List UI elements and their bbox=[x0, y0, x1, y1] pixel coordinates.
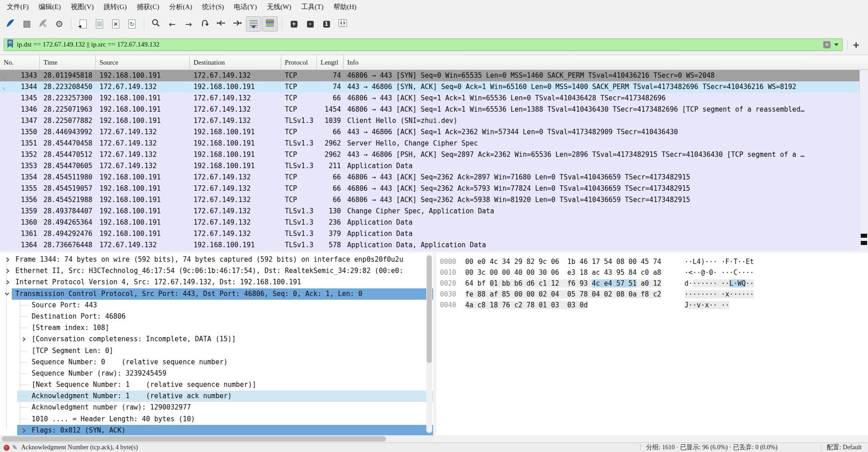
menu-item-statistics[interactable]: 统计(S) bbox=[197, 3, 229, 11]
hex-row-0000[interactable]: 000000 e0 4c 34 29 82 9c 06 1b 46 17 54 … bbox=[436, 256, 868, 267]
detail-row-conversation-completeness[interactable]: [Conversation completeness: Incomplete, … bbox=[0, 334, 433, 345]
expand-chevron-icon[interactable] bbox=[5, 269, 9, 273]
detail-row-header-length[interactable]: 1010 .... = Header Length: 40 bytes (10) bbox=[0, 414, 433, 425]
resize-columns-button[interactable] bbox=[335, 16, 350, 32]
status-profile[interactable]: 配置: Default bbox=[827, 443, 862, 452]
filter-bookmark-icon[interactable] bbox=[7, 39, 14, 50]
detail-row-ip[interactable]: Internet Protocol Version 4, Src: 172.67… bbox=[0, 277, 433, 288]
detail-row-text: Acknowledgment Number: 1 (relative ack n… bbox=[32, 391, 232, 402]
expand-chevron-icon[interactable] bbox=[5, 280, 9, 285]
hex-row-0020[interactable]: 002064 bf 01 bb b6 d6 c1 12 f6 93 4c e4 … bbox=[436, 278, 868, 289]
expand-chevron-icon[interactable] bbox=[21, 337, 26, 342]
menu-item-analyze[interactable]: 分析(A) bbox=[164, 3, 197, 11]
detail-row-next-seq-number[interactable]: [Next Sequence Number: 1 (relative seque… bbox=[0, 379, 433, 391]
hex-row-0040[interactable]: 00404a c8 18 76 c2 78 01 03 03 0dJ··v·x·… bbox=[436, 300, 868, 311]
packet-row-1345[interactable]: 134528.223257300192.168.100.191172.67.14… bbox=[0, 93, 868, 104]
column-header-protocol[interactable]: Protocol bbox=[281, 55, 317, 70]
packet-row-1350[interactable]: 135028.446943992172.67.149.132192.168.10… bbox=[0, 127, 868, 138]
menu-item-telephony[interactable]: 电话(Y) bbox=[229, 3, 262, 11]
detail-vertical-scrollbar[interactable] bbox=[426, 254, 432, 433]
packet-row-1346[interactable]: 134628.225071963192.168.100.191172.67.14… bbox=[0, 104, 868, 115]
expert-info-icon[interactable] bbox=[4, 445, 9, 451]
capture-comment-icon[interactable]: ✎ bbox=[12, 444, 18, 451]
column-header-lengtl[interactable]: Lengtl bbox=[317, 55, 344, 70]
detail-row-flags[interactable]: Flags: 0x012 (SYN, ACK) bbox=[0, 425, 433, 435]
expand-chevron-icon[interactable] bbox=[21, 428, 26, 433]
filter-add-button[interactable]: + bbox=[848, 40, 864, 49]
go-first-button[interactable] bbox=[213, 16, 229, 32]
display-filter-input[interactable] bbox=[14, 41, 823, 48]
start-capture-button[interactable] bbox=[3, 16, 18, 32]
packet-row-1354[interactable]: 135428.454511980192.168.100.191172.67.14… bbox=[0, 172, 868, 183]
packet-row-1355[interactable]: 135528.454519057192.168.100.191172.67.14… bbox=[0, 183, 868, 194]
detail-row-text: [Stream index: 108] bbox=[32, 322, 109, 334]
detail-row-ack-number-raw[interactable]: Acknowledgment number (raw): 1290032977 bbox=[0, 402, 433, 413]
detail-row-tcp-segment-len[interactable]: [TCP Segment Len: 0] bbox=[0, 345, 433, 357]
expand-chevron-icon[interactable] bbox=[5, 258, 9, 262]
restart-capture-button[interactable]: ↻ bbox=[35, 16, 51, 32]
find-packet-button[interactable] bbox=[148, 16, 164, 32]
menu-item-wireless[interactable]: 无线(W) bbox=[262, 3, 296, 11]
menu-item-view[interactable]: 视图(V) bbox=[66, 3, 99, 11]
save-file-button[interactable] bbox=[92, 16, 107, 32]
packet-row-1359[interactable]: 135928.493784407192.168.100.191172.67.14… bbox=[0, 206, 868, 217]
zoom-out-button[interactable]: - bbox=[302, 16, 318, 32]
cell-protocol: TCP bbox=[281, 183, 317, 194]
packet-row-1344[interactable]: 134428.223208450172.67.149.132192.168.10… bbox=[0, 81, 868, 93]
detail-row-stream-index[interactable]: [Stream index: 108] bbox=[0, 322, 433, 334]
detail-horizontal-scrollbar[interactable] bbox=[0, 435, 433, 443]
close-file-button[interactable]: ✕ bbox=[108, 16, 123, 32]
packet-row-1353[interactable]: 135328.454470605172.67.149.132192.168.10… bbox=[0, 160, 868, 172]
go-back-button[interactable]: ← bbox=[165, 16, 180, 32]
filter-clear-icon[interactable]: ✕ bbox=[823, 41, 830, 48]
column-header-time[interactable]: Time bbox=[40, 55, 96, 70]
auto-scroll-toggle[interactable] bbox=[246, 16, 261, 32]
cell-protocol: TCP bbox=[281, 149, 317, 160]
detail-row-src-port[interactable]: Source Port: 443 bbox=[0, 300, 433, 311]
packet-row-1356[interactable]: 135628.454521988192.168.100.191172.67.14… bbox=[0, 194, 868, 206]
hex-row-0010[interactable]: 001000 3c 00 00 40 00 30 06 e3 18 ac 43 … bbox=[436, 267, 868, 278]
packet-row-1343[interactable]: 134328.011945818192.168.100.191172.67.14… bbox=[0, 70, 868, 81]
cell-length: 578 bbox=[317, 240, 344, 251]
go-forward-button[interactable]: → bbox=[181, 16, 196, 32]
menu-item-tools[interactable]: 工具(T) bbox=[296, 3, 328, 11]
menu-item-capture[interactable]: 捕获(C) bbox=[132, 3, 164, 11]
go-to-packet-button[interactable] bbox=[197, 16, 212, 32]
packet-row-1352[interactable]: 135228.454470512172.67.149.132192.168.10… bbox=[0, 149, 868, 160]
column-header-destination[interactable]: Destination bbox=[190, 55, 281, 70]
column-header-no[interactable]: No. bbox=[0, 55, 40, 70]
collapse-chevron-icon[interactable] bbox=[5, 291, 9, 295]
packet-row-1347[interactable]: 134728.225077882192.168.100.191172.67.14… bbox=[0, 115, 868, 127]
packet-row-1351[interactable]: 135128.454470458172.67.149.132192.168.10… bbox=[0, 138, 868, 149]
menu-item-help[interactable]: 帮助(H) bbox=[328, 3, 361, 11]
filter-dropdown-icon[interactable] bbox=[834, 43, 839, 46]
detail-row-dst-port[interactable]: Destination Port: 46806 bbox=[0, 311, 433, 322]
detail-row-frame[interactable]: Frame 1344: 74 bytes on wire (592 bits),… bbox=[0, 254, 433, 265]
menu-item-file[interactable]: 文件(F) bbox=[2, 3, 33, 11]
packet-row-1364[interactable]: 136428.736676448172.67.149.132192.168.10… bbox=[0, 240, 868, 251]
detail-row-seq-number-raw[interactable]: Sequence Number (raw): 3239245459 bbox=[0, 368, 433, 379]
scrollbar-mark bbox=[861, 234, 867, 238]
detail-row-ack-number[interactable]: Acknowledgment Number: 1 (relative ack n… bbox=[0, 391, 433, 402]
column-header-source[interactable]: Source bbox=[96, 55, 190, 70]
detail-row-seq-number[interactable]: Sequence Number: 0 (relative sequence nu… bbox=[0, 357, 433, 368]
column-header-info[interactable]: Info bbox=[344, 55, 868, 70]
zoom-reset-button[interactable]: 1 bbox=[319, 16, 334, 32]
colorize-toggle[interactable] bbox=[262, 16, 278, 32]
reload-file-button[interactable]: ↻ bbox=[124, 16, 140, 32]
go-last-button[interactable] bbox=[230, 16, 245, 32]
capture-options-button[interactable]: ⚙ bbox=[52, 16, 67, 32]
scrollbar-handle[interactable] bbox=[2, 436, 386, 442]
detail-row-tcp[interactable]: Transmission Control Protocol, Src Port:… bbox=[0, 288, 433, 300]
stop-capture-button[interactable] bbox=[19, 16, 34, 32]
detail-row-ethernet[interactable]: Ethernet II, Src: H3CTechnolog_46:17:54 … bbox=[0, 265, 433, 277]
menu-item-go[interactable]: 跳转(G) bbox=[99, 3, 132, 11]
packet-row-1360[interactable]: 136028.494265364192.168.100.191172.67.14… bbox=[0, 217, 868, 228]
menu-item-edit[interactable]: 编辑(E) bbox=[33, 3, 66, 11]
packet-row-1361[interactable]: 136128.494292476192.168.100.191172.67.14… bbox=[0, 228, 868, 240]
open-file-button[interactable]: ◂ bbox=[75, 16, 91, 32]
hex-row-0030[interactable]: 0030fe 88 af 85 00 00 02 04 05 78 04 02 … bbox=[436, 289, 868, 300]
packet-list-scrollbar[interactable] bbox=[859, 70, 868, 251]
scrollbar-handle[interactable] bbox=[427, 255, 432, 363]
zoom-in-button[interactable]: + bbox=[286, 16, 302, 32]
